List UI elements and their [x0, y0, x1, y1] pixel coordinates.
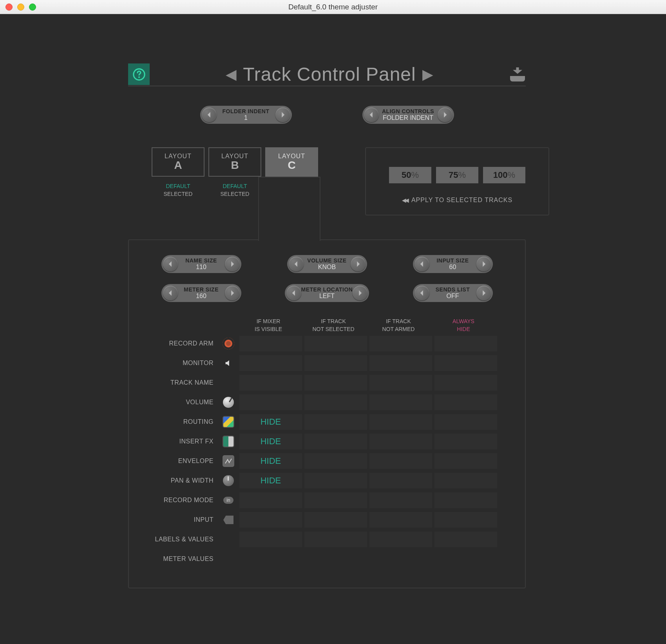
recmode-na-cell[interactable] [369, 492, 432, 508]
fx-ns-cell[interactable] [304, 434, 367, 449]
apply-to-selected-button[interactable]: ◀◀ APPLY TO SELECTED TRACKS [377, 197, 538, 204]
folder-indent-stepper[interactable]: FOLDER INDENT 1 [200, 106, 292, 124]
name-size-prev[interactable] [163, 257, 178, 271]
download-icon [513, 67, 522, 75]
env-na-cell[interactable] [369, 453, 432, 469]
row-meter-values: METER VALUES [137, 550, 517, 568]
titlebar: Default_6.0 theme adjuster [0, 0, 666, 14]
pan-na-cell[interactable] [369, 473, 432, 488]
input-size-next[interactable] [476, 257, 491, 271]
fx-mixer-cell[interactable]: HIDE [239, 434, 302, 449]
row-envelope: ENVELOPE HIDE [137, 452, 517, 470]
volume-size-prev[interactable] [289, 257, 304, 271]
align-controls-stepper[interactable]: ALIGN CONTROLS FOLDER INDENT [362, 106, 454, 124]
name-size-stepper[interactable]: NAME SIZE110 [161, 255, 241, 273]
sends-list-stepper[interactable]: SENDS LISTOFF [413, 284, 493, 302]
grid-header: IF MIXERIS VISIBLE IF TRACKNOT SELECTED … [137, 318, 517, 333]
input-size-stepper[interactable]: INPUT SIZE60 [413, 255, 493, 273]
size-100-button[interactable]: 100% [483, 167, 525, 183]
pan-mixer-cell[interactable]: HIDE [239, 473, 302, 488]
routing-ns-cell[interactable] [304, 414, 367, 430]
env-mixer-cell[interactable]: HIDE [239, 453, 302, 469]
sends-list-next[interactable] [476, 286, 491, 300]
row-volume: VOLUME [137, 393, 517, 411]
insert-fx-icon [223, 436, 234, 447]
folder-indent-next[interactable] [275, 107, 290, 122]
meter-size-stepper[interactable]: METER SIZE160 [161, 284, 241, 302]
routing-always-cell[interactable] [434, 414, 497, 430]
volume-na-cell[interactable] [369, 394, 432, 410]
volume-size-stepper[interactable]: VOLUME SIZEKNOB [287, 255, 367, 273]
name-size-next[interactable] [225, 257, 240, 271]
labels-always-cell[interactable] [434, 532, 497, 547]
next-section-button[interactable]: ▶ [422, 66, 433, 83]
sends-list-prev[interactable] [414, 286, 429, 300]
pan-always-cell[interactable] [434, 473, 497, 488]
monitor-na-cell[interactable] [369, 355, 432, 371]
labels-na-cell[interactable] [369, 532, 432, 547]
layout-c-tab[interactable]: LAYOUT C [265, 147, 318, 177]
row-monitor: MONITOR [137, 354, 517, 372]
save-button[interactable] [509, 66, 526, 83]
recarm-na-cell[interactable] [369, 336, 432, 351]
recarm-always-cell[interactable] [434, 336, 497, 351]
align-controls-prev[interactable] [364, 107, 379, 122]
layout-b-tab[interactable]: LAYOUT B [208, 147, 261, 177]
size-75-button[interactable]: 75% [436, 167, 478, 183]
layout-a-tab[interactable]: LAYOUT A [152, 147, 205, 177]
recarm-mixer-cell[interactable] [239, 336, 302, 351]
monitor-always-cell[interactable] [434, 355, 497, 371]
volume-always-cell[interactable] [434, 394, 497, 410]
labels-mixer-cell[interactable] [239, 532, 302, 547]
monitor-ns-cell[interactable] [304, 355, 367, 371]
meter-location-prev[interactable] [286, 286, 301, 300]
folder-indent-prev[interactable] [202, 107, 217, 122]
input-na-cell[interactable] [369, 512, 432, 528]
input-icon [223, 516, 233, 524]
volume-ns-cell[interactable] [304, 394, 367, 410]
size-50-button[interactable]: 50% [389, 167, 431, 183]
layout-a-default[interactable]: DEFAULT SELECTED [152, 183, 205, 198]
prev-section-button[interactable]: ◀ [226, 66, 237, 83]
meter-size-prev[interactable] [163, 286, 178, 300]
labels-ns-cell[interactable] [304, 532, 367, 547]
env-ns-cell[interactable] [304, 453, 367, 469]
apply-label: APPLY TO SELECTED TRACKS [411, 197, 512, 204]
section-title: Track Control Panel [243, 63, 416, 85]
trackname-always-cell[interactable] [434, 375, 497, 391]
input-mixer-cell[interactable] [239, 512, 302, 528]
volume-mixer-cell[interactable] [239, 394, 302, 410]
recmode-ns-cell[interactable] [304, 492, 367, 508]
size-apply-box: 50% 75% 100% ◀◀ APPLY TO SELECTED TRACKS [365, 147, 549, 215]
recarm-ns-cell[interactable] [304, 336, 367, 351]
meter-location-next[interactable] [353, 286, 367, 300]
layout-b-default[interactable]: DEFAULT SELECTED [208, 183, 261, 198]
routing-na-cell[interactable] [369, 414, 432, 430]
recmode-mixer-cell[interactable] [239, 492, 302, 508]
pan-knob-icon [223, 475, 234, 486]
help-button[interactable] [128, 63, 150, 85]
fx-always-cell[interactable] [434, 434, 497, 449]
monitor-icon [221, 356, 235, 370]
align-controls-next[interactable] [438, 107, 452, 122]
env-always-cell[interactable] [434, 453, 497, 469]
volume-size-next[interactable] [351, 257, 366, 271]
trackname-ns-cell[interactable] [304, 375, 367, 391]
trackname-mixer-cell[interactable] [239, 375, 302, 391]
input-size-prev[interactable] [414, 257, 429, 271]
row-labels-values: LABELS & VALUES [137, 530, 517, 548]
envelope-icon [223, 455, 234, 467]
meter-location-stepper[interactable]: METER LOCATIONLEFT [285, 284, 369, 302]
meter-size-next[interactable] [225, 286, 240, 300]
trackname-na-cell[interactable] [369, 375, 432, 391]
row-insert-fx: INSERT FX HIDE [137, 432, 517, 450]
fx-na-cell[interactable] [369, 434, 432, 449]
monitor-mixer-cell[interactable] [239, 355, 302, 371]
pan-ns-cell[interactable] [304, 473, 367, 488]
recmode-always-cell[interactable] [434, 492, 497, 508]
routing-mixer-cell[interactable]: HIDE [239, 414, 302, 430]
row-pan-width: PAN & WIDTH HIDE [137, 472, 517, 490]
row-track-name: TRACK NAME [137, 374, 517, 392]
input-always-cell[interactable] [434, 512, 497, 528]
input-ns-cell[interactable] [304, 512, 367, 528]
